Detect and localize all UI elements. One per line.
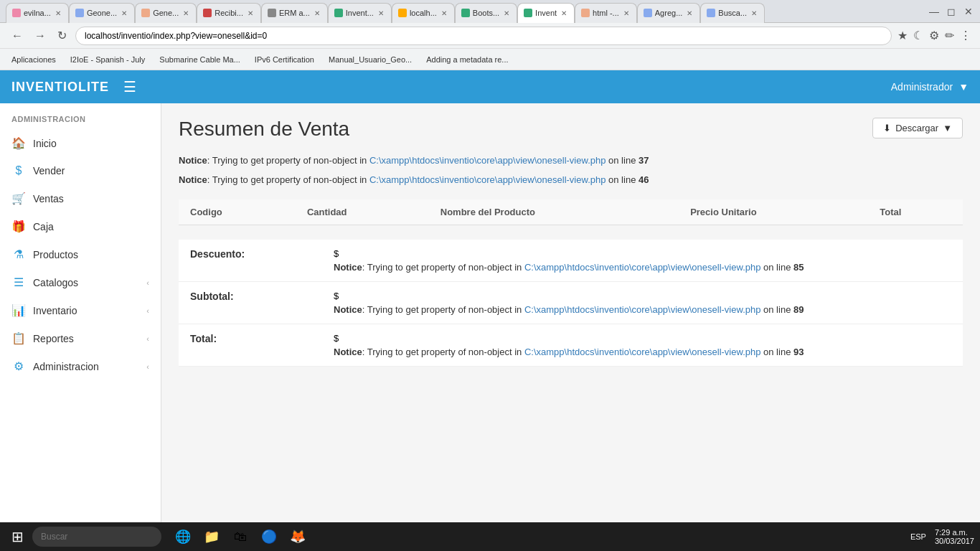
- browser-tab-tab7[interactable]: localh...✕: [392, 3, 455, 23]
- summary-label: Total:: [190, 333, 334, 357]
- dollar-sign: $: [334, 333, 951, 344]
- browser-tab-tab10[interactable]: html -...✕: [575, 3, 637, 23]
- notices-container: Notice: Trying to get property of non-ob…: [179, 155, 963, 185]
- more-icon[interactable]: ⋮: [960, 29, 971, 42]
- download-arrow-icon: ▼: [943, 123, 952, 133]
- app-topnav: INVENTIOLITE ☰ Administrador ▼: [0, 70, 980, 103]
- summary-container: Descuento: $ Notice: Trying to get prope…: [179, 240, 963, 367]
- notice-label: Notice: [334, 347, 362, 357]
- notice-label: Notice: [179, 174, 207, 185]
- download-button[interactable]: ⬇ Descargar ▼: [872, 118, 963, 138]
- taskbar-time: 7:29 a.m. 30/03/2017: [935, 528, 974, 545]
- summary-value: $ Notice: Trying to get property of non-…: [334, 333, 951, 357]
- taskbar-search-input[interactable]: [32, 527, 161, 547]
- sidebar-label: Catalogos: [33, 277, 78, 288]
- sidebar: ADMINISTRACION 🏠 Inicio $ Vender 🛒 Venta…: [0, 103, 161, 551]
- sidebar-arrow-icon: ‹: [146, 306, 149, 315]
- bookmark-item[interactable]: I2IoE - Spanish - July: [65, 54, 151, 65]
- sidebar-item-administracion[interactable]: ⚙ Administracion ‹: [0, 352, 161, 380]
- sidebar-label: Reportes: [33, 333, 74, 344]
- page-header: Resumen de Venta ⬇ Descargar ▼: [179, 118, 963, 141]
- sidebar-label: Productos: [33, 249, 78, 260]
- sidebar-item-inventario[interactable]: 📊 Inventario ‹: [0, 296, 161, 324]
- browser-tab-tab8[interactable]: Boots...✕: [455, 3, 517, 23]
- start-button[interactable]: ⊞: [6, 525, 29, 548]
- sidebar-arrow-icon: ‹: [146, 334, 149, 343]
- settings-icon[interactable]: ⚙: [929, 29, 939, 42]
- sidebar-label: Caja: [33, 221, 54, 232]
- page-title: Resumen de Venta: [179, 118, 349, 141]
- url-input[interactable]: [75, 27, 892, 45]
- table-container: CodigoCantidadNombre del ProductoPrecio …: [179, 199, 963, 225]
- summary-label: Descuento:: [190, 248, 334, 273]
- notice-path: C:\xampp\htdocs\inventio\core\app\view\o…: [369, 155, 606, 166]
- layout-body: ADMINISTRACION 🏠 Inicio $ Vender 🛒 Venta…: [0, 103, 980, 551]
- table-column-nombre-del-producto: Nombre del Producto: [429, 199, 679, 225]
- notice-path: C:\xampp\htdocs\inventio\core\app\view\o…: [369, 174, 606, 185]
- summary-label: Subtotal:: [190, 291, 334, 315]
- bookmark-item[interactable]: Submarine Cable Ma...: [154, 54, 246, 65]
- taskbar-ff-icon[interactable]: 🦊: [285, 524, 311, 550]
- browser-tab-tab12[interactable]: Busca...✕: [700, 3, 765, 23]
- bookmark-item[interactable]: Adding a metadata re...: [420, 54, 514, 65]
- dollar-sign: $: [334, 248, 951, 259]
- sidebar-icon: 📋: [11, 331, 26, 345]
- bookmark-item[interactable]: Manual_Usuario_Geo...: [323, 54, 418, 65]
- admin-dropdown-icon[interactable]: ▼: [958, 81, 969, 93]
- refresh-button[interactable]: ↻: [55, 26, 70, 45]
- notice-label: Notice: [334, 262, 362, 273]
- sidebar-icon: ⚗: [11, 248, 26, 261]
- notice-block: Notice: Trying to get property of non-ob…: [179, 174, 963, 185]
- taskbar-shop-icon[interactable]: 🛍: [227, 524, 253, 550]
- forward-button[interactable]: →: [32, 27, 49, 45]
- hamburger-menu[interactable]: ☰: [123, 78, 136, 95]
- table-column-codigo: Codigo: [179, 199, 296, 225]
- sidebar-label: Inicio: [33, 138, 57, 149]
- star-icon[interactable]: ★: [897, 29, 908, 42]
- minimize-button[interactable]: —: [928, 6, 940, 17]
- bookmark-item[interactable]: IPv6 Certification: [249, 54, 320, 65]
- sidebar-item-catalogos[interactable]: ☰ Catalogos ‹: [0, 268, 161, 296]
- browser-tab-tab5[interactable]: ERM a...✕: [261, 3, 328, 23]
- sidebar-item-inicio[interactable]: 🏠 Inicio: [0, 129, 161, 157]
- table-column-total: Total: [868, 199, 963, 225]
- taskbar-explorer-icon[interactable]: 📁: [199, 524, 225, 550]
- download-label: Descargar: [895, 123, 938, 133]
- browser-tab-tab3[interactable]: Gene...✕: [135, 3, 197, 23]
- maximize-button[interactable]: ◻: [946, 6, 957, 17]
- bookmark-item[interactable]: Aplicaciones: [6, 54, 62, 65]
- table-header-row: CodigoCantidadNombre del ProductoPrecio …: [179, 199, 963, 225]
- pencil-icon[interactable]: ✏: [945, 29, 954, 42]
- browser-tab-tab1[interactable]: evilna...✕: [6, 3, 69, 23]
- notice-label: Notice: [179, 155, 207, 166]
- taskbar: ⊞ 🌐 📁 🛍 🔵 🦊 ESP 7:29 a.m. 30/03/2017: [0, 522, 980, 551]
- notice-line: 89: [793, 304, 804, 315]
- taskbar-ie-icon[interactable]: 🌐: [170, 524, 196, 550]
- sidebar-item-reportes[interactable]: 📋 Reportes ‹: [0, 324, 161, 352]
- sidebar-item-caja[interactable]: 🎁 Caja: [0, 212, 161, 240]
- sidebar-item-vender[interactable]: $ Vender: [0, 157, 161, 184]
- sidebar-item-ventas[interactable]: 🛒 Ventas: [0, 184, 161, 212]
- sidebar-item-productos[interactable]: ⚗ Productos: [0, 240, 161, 268]
- back-button[interactable]: ←: [9, 27, 26, 45]
- address-icons: ★ ☾ ⚙ ✏ ⋮: [897, 29, 971, 42]
- taskbar-chrome-icon[interactable]: 🔵: [256, 524, 282, 550]
- browser-tab-tab2[interactable]: Geone...✕: [69, 3, 135, 23]
- browser-tab-tab4[interactable]: Recibi...✕: [197, 3, 261, 23]
- summary-row: Total: $ Notice: Trying to get property …: [179, 324, 963, 367]
- table-column-precio-unitario: Precio Unitario: [679, 199, 868, 225]
- browser-tab-tab9[interactable]: Invent✕: [517, 3, 575, 23]
- summary-row: Subtotal: $ Notice: Trying to get proper…: [179, 282, 963, 324]
- notice-block: Notice: Trying to get property of non-ob…: [179, 155, 963, 166]
- sidebar-section-label: ADMINISTRACION: [0, 103, 161, 129]
- close-button[interactable]: ✕: [963, 6, 974, 17]
- sales-table: CodigoCantidadNombre del ProductoPrecio …: [179, 199, 963, 225]
- notice-line: 85: [793, 262, 804, 273]
- notice-path: C:\xampp\htdocs\inventio\core\app\view\o…: [524, 262, 761, 273]
- sidebar-icon: 🏠: [11, 136, 26, 150]
- browser-titlebar: evilna...✕Geone...✕Gene...✕Recibi...✕ERM…: [0, 0, 980, 23]
- moon-icon[interactable]: ☾: [913, 29, 923, 42]
- browser-tab-tab11[interactable]: Agreg...✕: [637, 3, 701, 23]
- browser-tab-tab6[interactable]: Invent...✕: [328, 3, 392, 23]
- sidebar-icon: $: [11, 164, 26, 177]
